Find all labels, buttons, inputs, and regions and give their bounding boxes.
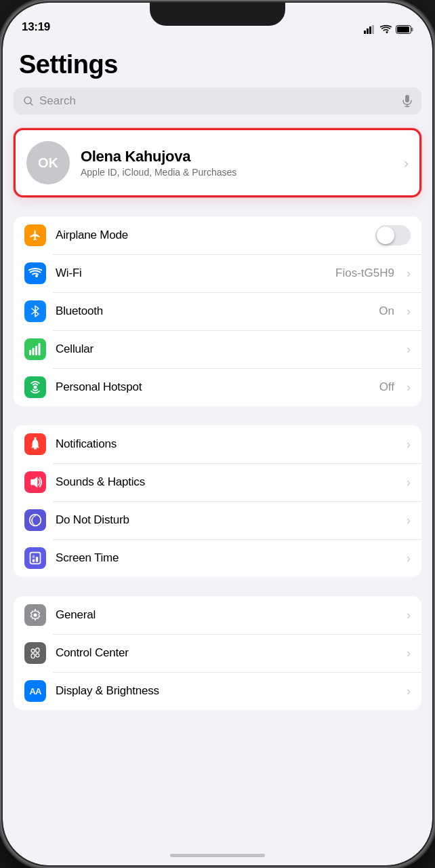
search-bar[interactable]: Search: [14, 87, 421, 115]
hotspot-value: Off: [379, 380, 394, 394]
screen-time-icon: [24, 547, 46, 569]
svg-rect-13: [33, 348, 35, 355]
settings-row-screen-time[interactable]: Screen Time ›: [14, 539, 421, 577]
airplane-mode-toggle[interactable]: [375, 225, 411, 245]
notch: [150, 3, 285, 26]
settings-row-airplane-mode[interactable]: Airplane Mode: [14, 216, 421, 254]
control-center-chevron: ›: [407, 647, 411, 659]
general-chevron: ›: [407, 609, 411, 621]
general-icon: [24, 604, 46, 626]
dnd-label: Do Not Disturb: [56, 513, 397, 527]
search-placeholder: Search: [39, 94, 397, 108]
svg-line-8: [30, 103, 33, 106]
sounds-label: Sounds & Haptics: [56, 475, 397, 489]
svg-rect-5: [411, 28, 413, 32]
profile-name: Olena Kahujova: [81, 148, 393, 165]
display-brightness-icon: AA: [24, 680, 46, 702]
svg-rect-21: [30, 553, 41, 564]
screen-time-chevron: ›: [407, 552, 411, 564]
avatar: OK: [26, 141, 70, 184]
profile-subtitle: Apple ID, iCloud, Media & Purchases: [81, 167, 393, 178]
status-time: 13:19: [22, 20, 50, 34]
svg-rect-12: [29, 350, 31, 355]
toggle-knob: [377, 226, 394, 244]
svg-rect-6: [397, 26, 409, 33]
battery-icon: [396, 25, 413, 34]
microphone-icon: [402, 95, 412, 107]
general-label: General: [56, 608, 397, 622]
dnd-icon: [24, 509, 46, 531]
home-indicator: [170, 854, 265, 857]
profile-info: Olena Kahujova Apple ID, iCloud, Media &…: [81, 148, 393, 178]
wifi-value: Fios-tG5H9: [335, 267, 394, 280]
settings-row-wifi[interactable]: Wi-Fi Fios-tG5H9 ›: [14, 254, 421, 292]
page-content: Settings Search: [3, 39, 432, 756]
svg-rect-27: [31, 654, 35, 658]
svg-rect-22: [33, 559, 35, 562]
profile-row[interactable]: OK Olena Kahujova Apple ID, iCloud, Medi…: [14, 128, 421, 197]
phone-frame: 13:19: [0, 0, 435, 868]
settings-row-sounds[interactable]: Sounds & Haptics ›: [14, 463, 421, 501]
cellular-chevron: ›: [407, 343, 411, 355]
cellular-label: Cellular: [56, 342, 397, 356]
svg-rect-9: [405, 95, 409, 102]
scroll-content[interactable]: Settings Search: [3, 3, 432, 865]
wifi-chevron: ›: [407, 267, 411, 279]
svg-point-18: [35, 437, 37, 439]
svg-rect-15: [39, 343, 41, 355]
hotspot-icon: [24, 376, 46, 398]
settings-group-connectivity: Airplane Mode: [14, 216, 421, 406]
hotspot-chevron: ›: [407, 381, 411, 393]
svg-marker-19: [30, 477, 37, 488]
phone-inner: 13:19: [3, 3, 432, 865]
svg-rect-23: [36, 557, 38, 562]
dnd-chevron: ›: [407, 514, 411, 526]
notifications-label: Notifications: [56, 437, 397, 451]
control-center-label: Control Center: [56, 646, 397, 660]
svg-rect-2: [369, 26, 371, 34]
notifications-chevron: ›: [407, 438, 411, 450]
svg-point-25: [34, 614, 37, 617]
svg-rect-1: [367, 28, 369, 34]
settings-group-general: General ›: [14, 596, 421, 710]
settings-group-notifications: Notifications ›: [14, 425, 421, 577]
settings-row-personal-hotspot[interactable]: Personal Hotspot Off ›: [14, 368, 421, 406]
signal-icon: [364, 25, 376, 34]
control-center-icon: [24, 642, 46, 664]
hotspot-label: Personal Hotspot: [56, 380, 370, 394]
profile-chevron: ›: [404, 155, 409, 171]
settings-row-control-center[interactable]: Control Center ›: [14, 634, 421, 672]
status-icons: [364, 25, 413, 34]
display-brightness-chevron: ›: [407, 685, 411, 697]
settings-row-notifications[interactable]: Notifications ›: [14, 425, 421, 463]
display-brightness-label: Display & Brightness: [56, 684, 397, 698]
screen: 13:19: [3, 3, 432, 865]
notifications-icon: [24, 433, 46, 455]
svg-rect-14: [35, 346, 37, 355]
airplane-mode-icon: [24, 224, 46, 246]
settings-row-display-brightness[interactable]: AA Display & Brightness ›: [14, 672, 421, 710]
settings-row-bluetooth[interactable]: Bluetooth On ›: [14, 292, 421, 330]
settings-row-general[interactable]: General ›: [14, 596, 421, 634]
svg-point-26: [31, 649, 35, 652]
settings-row-cellular[interactable]: Cellular ›: [14, 330, 421, 368]
settings-row-dnd[interactable]: Do Not Disturb ›: [14, 501, 421, 539]
svg-rect-3: [372, 25, 374, 34]
screen-time-label: Screen Time: [56, 551, 397, 565]
search-icon: [23, 96, 34, 106]
sounds-icon: [24, 471, 46, 493]
svg-rect-17: [34, 448, 37, 449]
airplane-mode-label: Airplane Mode: [56, 229, 366, 242]
svg-point-29: [36, 654, 39, 657]
bluetooth-value: On: [379, 304, 394, 318]
wifi-label: Wi-Fi: [56, 267, 326, 280]
bluetooth-label: Bluetooth: [56, 304, 369, 318]
svg-rect-24: [33, 555, 35, 558]
svg-point-16: [34, 386, 37, 389]
svg-rect-0: [364, 31, 366, 34]
svg-rect-28: [36, 648, 39, 653]
cellular-icon: [24, 338, 46, 360]
wifi-icon: [380, 25, 392, 34]
page-title: Settings: [3, 39, 432, 87]
bluetooth-chevron: ›: [407, 305, 411, 317]
